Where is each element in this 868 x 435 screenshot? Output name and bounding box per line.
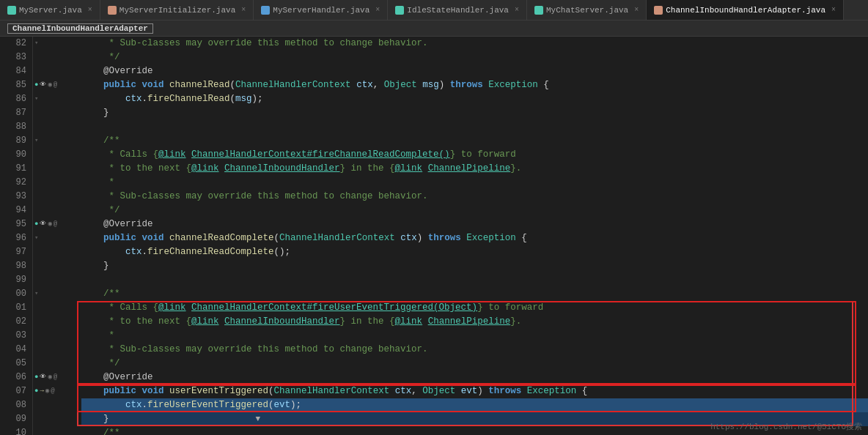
code-107-evt: evt [461, 384, 478, 398]
code-107-s1 [136, 384, 142, 398]
gutter-100: ▾ [33, 287, 77, 301]
gutter: ▾ ●👁◉@ ▾ ▾ ●👁◉@ ▾ ▾ ●👁◉@ ●→◉@ [33, 37, 77, 435]
code-85-exception [483, 78, 489, 92]
gutter-88 [33, 120, 77, 134]
code-85-public: public [81, 78, 136, 92]
debug-dot-106[interactable]: ● [34, 371, 38, 384]
mark-95: ◉ [48, 218, 51, 231]
code-85-paren2: ) [439, 78, 450, 92]
code-107-paren: ( [268, 384, 274, 398]
code-96-ctxtype: ChannelHandlerContext [279, 231, 395, 245]
debug-dot-107[interactable]: ● [34, 384, 38, 398]
code-107-s4 [455, 384, 461, 398]
line-num-101: 01 [6, 301, 26, 315]
gutter-93 [33, 190, 77, 204]
code-95-override: @Override [81, 218, 153, 231]
tab-close-channelinboundhandleradapter[interactable]: × [831, 6, 836, 14]
code-85-void [136, 78, 142, 92]
line-num-106: 06 [6, 371, 26, 384]
code-line-107: public void userEventTriggered ( Channel… [81, 384, 868, 398]
code-108-args: ( [268, 398, 274, 412]
collapse-89[interactable]: ▾ [34, 134, 38, 148]
code-86-args: ( [230, 92, 236, 106]
gutter-82: ▾ [33, 37, 77, 51]
code-line-88 [81, 120, 868, 134]
code-85-object: Object [384, 78, 417, 92]
code-90-classlink: ChannelHandlerContext#fireChannelReadCom… [191, 148, 450, 162]
line-num-91: 91 [6, 162, 26, 176]
code-line-106: @Override [81, 371, 868, 384]
code-102-link2: @link [395, 315, 423, 329]
code-96-public: public [81, 231, 136, 245]
collapse-96[interactable]: ▾ [34, 231, 38, 245]
tab-close-myserverinitializer[interactable]: × [241, 6, 246, 14]
at-107: @ [51, 384, 54, 398]
code-107-throws: throws [488, 384, 521, 398]
tab-myserverinitializer[interactable]: MyServerInitializer.java × [100, 0, 254, 21]
line-num-94: 94 [6, 204, 26, 218]
line-num-95: 95 [6, 218, 26, 231]
code-line-83: */ [81, 51, 868, 64]
code-108-semi: ); [290, 398, 301, 412]
tab-label-myserverinitializer: MyServerInitializer.java [119, 6, 235, 15]
tab-close-mychatserver[interactable]: × [634, 6, 639, 14]
code-85-space [164, 78, 170, 92]
code-102-in: } in the { [340, 315, 395, 329]
tab-mychatserver[interactable]: MyChatServer.java × [527, 0, 647, 21]
tab-close-myserver[interactable]: × [88, 6, 92, 14]
line-num-108: 08 [6, 398, 26, 412]
line-num-96: 96 [6, 231, 26, 245]
line-num-104: 04 [6, 343, 26, 357]
gutter-104 [33, 343, 77, 357]
line-num-110: 10 [6, 426, 26, 435]
code-83-text: */ [81, 51, 120, 64]
tab-close-myserverhandler[interactable]: × [375, 6, 380, 14]
code-109-text: } [81, 412, 109, 426]
code-101-fwd: } to forward [477, 301, 543, 315]
gutter-94 [33, 204, 77, 218]
tab-myserverhandler[interactable]: MyServerHandler.java × [254, 0, 388, 21]
code-85-paren: ( [230, 78, 236, 92]
collapse-86[interactable]: ▾ [34, 92, 38, 106]
tab-channelinboundhandleradapter[interactable]: ChannelInboundHandlerAdapter.java × [647, 0, 844, 21]
gutter-85: ●👁◉@ [33, 78, 77, 92]
tab-close-idlestatehandler[interactable]: × [515, 6, 519, 14]
code-line-93: * Sub-classes may override this method t… [81, 190, 868, 204]
code-96-s1 [136, 231, 142, 245]
code-wrapper: * Sub-classes may override this method t… [77, 37, 868, 435]
code-line-102: * to the next { @link ChannelInboundHand… [81, 315, 868, 329]
code-89-text: /** [81, 134, 120, 148]
gutter-98 [33, 259, 77, 273]
code-96-paren2: ) [417, 231, 428, 245]
code-102-link: @link [191, 315, 219, 329]
code-102-space [422, 315, 428, 329]
code-96-exc: Exception [466, 231, 516, 245]
debug-dot-85[interactable]: ● [34, 78, 38, 92]
code-line-89: /** [81, 134, 868, 148]
debug-dot-95[interactable]: ● [34, 218, 38, 231]
code-86-text [81, 92, 125, 106]
collapse-100[interactable]: ▾ [34, 287, 38, 301]
line-numbers: 82 83 84 85 86 87 88 89 90 91 92 93 94 9… [0, 37, 33, 435]
line-num-100: 00 [6, 287, 26, 301]
gutter-108 [33, 398, 77, 412]
code-107-objtype: Object [422, 384, 455, 398]
code-105-text: */ [81, 357, 120, 371]
tab-idlestatehandler[interactable]: IdleStateHandler.java × [388, 0, 527, 21]
code-90-rest [186, 148, 192, 162]
code-97-dot: . [142, 245, 148, 259]
code-108-ctx: ctx [125, 398, 142, 412]
code-85-brace: { [538, 78, 549, 92]
code-85-throws: throws [450, 78, 483, 92]
code-96-s2 [164, 231, 170, 245]
collapse-82[interactable]: ▾ [34, 37, 38, 51]
mark-106: ◉ [48, 371, 51, 384]
line-num-93: 93 [6, 190, 26, 204]
line-num-90: 90 [6, 148, 26, 162]
code-85-ctx-type: ChannelHandlerContext [235, 78, 351, 92]
gutter-99 [33, 273, 77, 287]
code-line-98: } [81, 259, 868, 273]
tab-myserver[interactable]: MyServer.java × [0, 0, 100, 21]
tab-icon-myserverhandler [261, 6, 270, 15]
code-line-108: ctx . fireUserEventTriggered ( evt ); [81, 398, 868, 412]
